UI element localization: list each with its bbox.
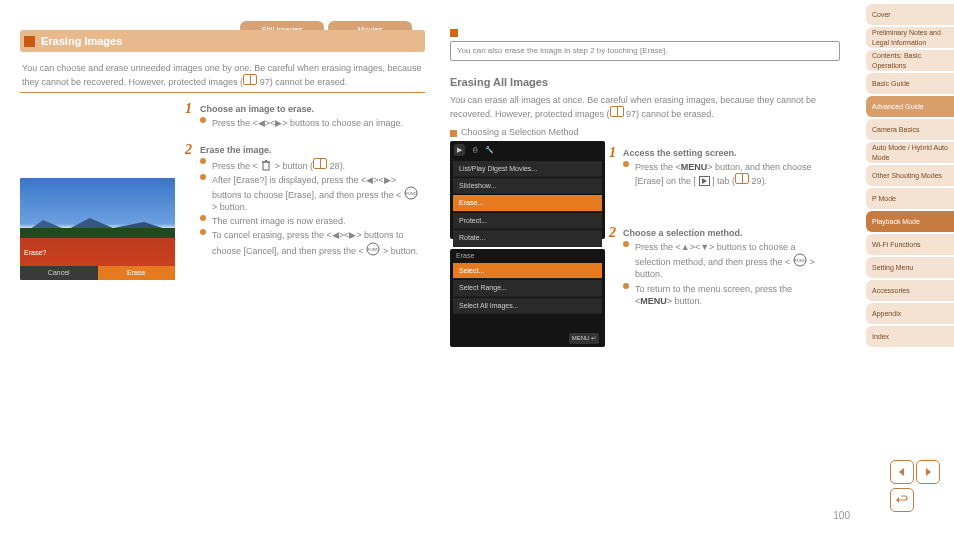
sidebar-item-accessories[interactable]: Accessories: [866, 280, 954, 301]
menu-title: Erase: [450, 249, 605, 262]
chevron-right-icon: [923, 467, 933, 477]
section-heading: Erasing Images: [20, 30, 425, 52]
book-icon: [735, 173, 749, 184]
svg-text:FUNC: FUNC: [405, 191, 416, 196]
step1-heading: Choose an image to erase.: [200, 103, 314, 115]
svg-text:FUNC: FUNC: [794, 258, 805, 263]
step-number-2: 2: [185, 142, 192, 158]
svg-marker-13: [896, 497, 899, 503]
return-icon: [895, 494, 909, 506]
menu-item: List/Play Digest Movies...: [453, 161, 602, 177]
bullet-icon: [200, 158, 206, 164]
heading-text: Erasing Images: [41, 34, 122, 49]
svg-marker-8: [702, 178, 707, 184]
sidebar-item-basic-guide[interactable]: Basic Guide: [866, 73, 954, 94]
rstep1-heading: Access the setting screen.: [623, 147, 823, 159]
sidebar-item-p-mode[interactable]: P Mode: [866, 188, 954, 209]
func-set-icon: FUNC: [793, 253, 807, 267]
svg-text:FUNC: FUNC: [368, 247, 379, 252]
subsection-heading: Choosing a Selection Method: [450, 126, 840, 138]
erase-prompt: Erase?: [24, 248, 46, 257]
page-number: 100: [833, 509, 850, 523]
sidebar-item-other-modes[interactable]: Other Shooting Modes: [866, 165, 954, 186]
step-number-1: 1: [185, 101, 192, 117]
erase-option: Erase: [98, 266, 176, 280]
lead-paragraph: You can choose and erase unneeded images…: [22, 62, 423, 88]
erase-all-body: You can erase all images at once. Be car…: [450, 94, 840, 120]
heading-bullet-icon: [24, 36, 35, 47]
sidebar-item-index[interactable]: Index: [866, 326, 954, 347]
setup-tab-icon: 🔧: [485, 145, 494, 154]
camera-erase-preview: Erase? Cancel Erase: [20, 178, 175, 280]
sub-bullet-icon: [450, 130, 457, 137]
next-page-button[interactable]: [916, 460, 940, 484]
bullet-icon: [623, 283, 629, 289]
playback-icon: [699, 176, 710, 186]
camera-menu-playback: ▶ ⎙ 🔧 List/Play Digest Movies... Slidesh…: [450, 141, 605, 239]
trash-icon: [260, 159, 272, 171]
tip-row: You can also erase the image in step 2 b…: [450, 26, 840, 61]
book-icon: [243, 74, 257, 85]
sidebar-item-auto-mode[interactable]: Auto Mode / Hybrid Auto Mode: [866, 142, 954, 163]
sidebar-item-wifi[interactable]: Wi-Fi Functions: [866, 234, 954, 255]
bullet-icon: [200, 215, 206, 221]
step-number-2: 2: [609, 225, 616, 241]
step2-b4: To cancel erasing, press the <◀><▶> butt…: [212, 229, 425, 256]
prev-page-button[interactable]: [890, 460, 914, 484]
bullet-icon: [623, 161, 629, 167]
rstep1-body: Press the <MENU> button, and then choose…: [635, 161, 823, 187]
svg-rect-0: [263, 162, 269, 170]
print-tab-icon: ⎙: [473, 145, 477, 154]
sidebar-item-contents[interactable]: Contents: Basic Operations: [866, 50, 954, 71]
svg-marker-12: [926, 468, 931, 476]
tip-box: You can also erase the image in step 2 b…: [450, 41, 840, 62]
bullet-icon: [200, 117, 206, 123]
step2-b1: Press the < > button ( 28).: [212, 158, 345, 172]
step2-heading: Erase the image.: [200, 144, 272, 156]
bullet-icon: [623, 241, 629, 247]
rstep2-b1: Press the <▲><▼> buttons to choose a sel…: [635, 241, 823, 280]
sidebar-item-legal[interactable]: Preliminary Notes and Legal Information: [866, 27, 954, 48]
menu-item: Select All Images...: [453, 298, 602, 314]
sidebar-item-camera-basics[interactable]: Camera Basics: [866, 119, 954, 140]
func-set-icon: FUNC: [366, 242, 380, 256]
camera-menu-erase: Erase Select... Select Range... Select A…: [450, 249, 605, 347]
step2-b3: The current image is now erased.: [212, 215, 346, 227]
cancel-option: Cancel: [20, 266, 98, 280]
page-nav: [888, 460, 940, 512]
step-number-1: 1: [609, 145, 616, 161]
rstep2-heading: Choose a selection method.: [623, 227, 823, 239]
playback-tab-icon: ▶: [454, 144, 465, 155]
menu-return-label: MENU ↩: [569, 333, 599, 343]
bullet-icon: [200, 229, 206, 235]
sidebar-item-cover[interactable]: Cover: [866, 4, 954, 25]
menu-item-selected: Erase...: [453, 195, 602, 211]
divider: [20, 92, 425, 93]
tip-bullet-icon: [450, 29, 458, 37]
return-button[interactable]: [890, 488, 914, 512]
sidebar-nav: Cover Preliminary Notes and Legal Inform…: [866, 4, 954, 349]
svg-marker-11: [899, 468, 904, 476]
book-icon: [610, 106, 624, 117]
func-set-icon: FUNC: [404, 186, 418, 200]
bullet-icon: [200, 174, 206, 180]
sidebar-item-appendix[interactable]: Appendix: [866, 303, 954, 324]
sidebar-item-playback-mode[interactable]: Playback Mode: [866, 211, 954, 232]
step2-b2: After [Erase?] is displayed, press the <…: [212, 174, 425, 213]
step1-body: Press the <◀><▶> buttons to choose an im…: [212, 117, 403, 129]
sidebar-item-advanced-guide[interactable]: Advanced Guide: [866, 96, 954, 117]
erase-all-heading: Erasing All Images: [450, 75, 840, 90]
book-icon: [313, 158, 327, 169]
menu-item: Select Range...: [453, 280, 602, 296]
menu-item: Rotate...: [453, 230, 602, 246]
menu-item-selected: Select...: [453, 263, 602, 279]
menu-item: Protect...: [453, 213, 602, 229]
rstep2-b2: To return to the menu screen, press the …: [635, 283, 823, 307]
sidebar-item-setting-menu[interactable]: Setting Menu: [866, 257, 954, 278]
menu-item: Slideshow...: [453, 178, 602, 194]
chevron-left-icon: [897, 467, 907, 477]
